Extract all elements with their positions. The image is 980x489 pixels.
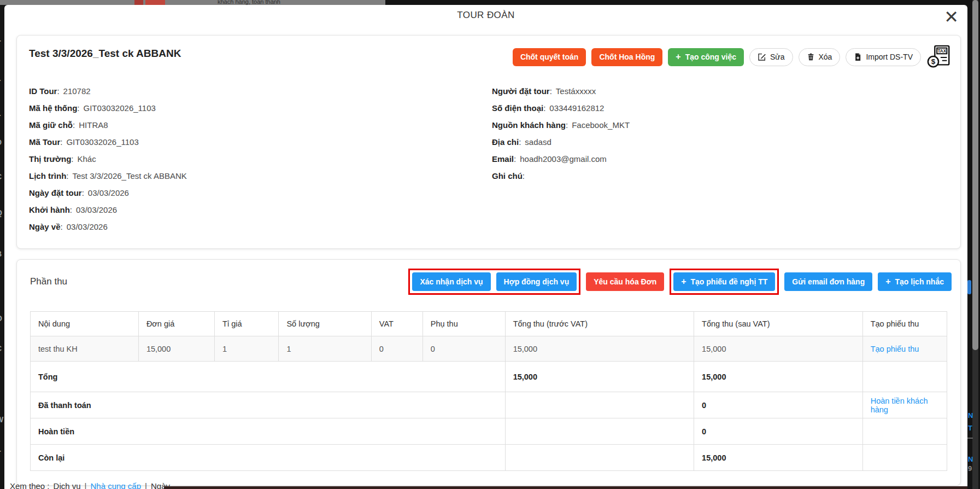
cell-total-before-vat: 15,000: [505, 336, 694, 362]
revenue-table: Nội dung Đơn giá Tỉ giá Số lượng VAT Phụ…: [30, 311, 947, 471]
column-header: Tổng thu (trước VAT): [505, 312, 694, 336]
column-header: Phụ thu: [422, 312, 505, 336]
info-separator: :: [77, 103, 79, 113]
plus-icon: +: [681, 277, 686, 286]
background-text-fragment: C: [0, 344, 2, 353]
summary-before-vat: [505, 418, 694, 445]
summary-row-total: Tổng 15,000 15,000: [31, 362, 947, 392]
info-value: 03/03/2026: [67, 222, 108, 231]
background-text-fragment: O: [0, 314, 2, 323]
summary-after-vat: 15,000: [694, 362, 863, 392]
background-text-fragment: 9: [968, 464, 972, 473]
summary-row-refund: Hoàn tiền 0: [31, 418, 947, 445]
info-row-booking-date: Ngày đặt tour:03/03/2026: [26, 184, 489, 201]
background-bottom-bar: [164, 486, 967, 489]
summary-before-vat: [505, 445, 694, 471]
info-row-itinerary: Lịch trình:Test 3/3/2026_Test ck ABBANK: [26, 167, 489, 184]
request-invoice-button[interactable]: Yêu cầu hóa Đơn: [586, 272, 664, 291]
summary-label: Hoàn tiền: [31, 418, 506, 445]
info-value: hoadh2003@gmail.com: [520, 154, 607, 164]
background-text-fragment: B: [0, 249, 2, 258]
edit-button[interactable]: Sửa: [749, 48, 793, 66]
summary-row-paid: Đã thanh toán 0 Hoàn tiền khách hàng: [31, 392, 947, 418]
info-value: Testáxxxxx: [556, 86, 596, 96]
info-label: Thị trường: [29, 154, 71, 164]
annotation-red-box: Xác nhận dịch vụ Hợp đồng dịch vụ: [408, 269, 580, 295]
column-header: Số lượng: [279, 312, 371, 336]
import-members-button[interactable]: Import DS-TV: [846, 48, 921, 66]
info-separator: :: [73, 120, 75, 130]
button-label: Sửa: [770, 53, 785, 61]
column-header: Tạo phiếu thu: [862, 312, 947, 336]
button-label: Import DS-TV: [866, 53, 913, 61]
info-separator: :: [566, 120, 568, 130]
info-label: Người đặt tour: [492, 86, 550, 96]
info-row-booker: Người đặt tour:Testáxxxxx: [489, 83, 952, 100]
confirm-service-button[interactable]: Xác nhận dịch vụ: [412, 272, 490, 291]
info-separator: :: [60, 137, 62, 147]
info-label: Mã Tour: [29, 137, 60, 147]
info-label: Khởi hành: [29, 205, 70, 214]
background-text-fragment: N: [968, 455, 973, 463]
summary-label: Đã thanh toán: [31, 392, 506, 418]
info-value: sadasd: [525, 137, 551, 147]
close-icon[interactable]: ✕: [944, 8, 959, 26]
table-header-row: Nội dung Đơn giá Tỉ giá Số lượng VAT Phụ…: [31, 312, 947, 336]
plus-icon: +: [885, 277, 890, 286]
background-top-strip: khách hàng, toàn thành: [0, 0, 980, 5]
summary-row-remaining: Còn lại 15,000: [31, 445, 947, 471]
info-separator: :: [523, 171, 525, 181]
svg-text:$: $: [931, 57, 936, 66]
info-row-note: Ghi chú:: [489, 167, 952, 184]
finalize-settlement-button[interactable]: Chốt quyết toán: [513, 48, 586, 66]
info-label: Số điện thoại: [492, 103, 543, 113]
refund-customer-link[interactable]: Hoàn tiền khách hàng: [871, 397, 928, 414]
background-blue-fragment: [967, 280, 971, 294]
service-contract-button[interactable]: Hợp đồng dịch vụ: [496, 272, 577, 291]
create-receipt-link[interactable]: Tạo phiếu thu: [871, 345, 919, 353]
plus-icon: +: [676, 53, 680, 61]
cell-quantity: 1: [279, 336, 371, 362]
create-payment-request-button[interactable]: + Tạo phiếu đề nghị TT: [673, 272, 775, 291]
info-separator: :: [70, 205, 72, 214]
info-label: Địa chỉ: [492, 137, 519, 147]
button-label: Hợp đồng dịch vụ: [504, 277, 570, 286]
info-value: 210782: [63, 86, 91, 96]
cell-exchange-rate: 1: [215, 336, 279, 362]
create-reminder-button[interactable]: + Tạo lịch nhắc: [878, 272, 952, 291]
cell-vat: 0: [371, 336, 422, 362]
tax-invoice-icon[interactable]: TAX $: [926, 44, 952, 69]
scrollbar-thumb[interactable]: [972, 0, 978, 350]
create-task-button[interactable]: + Tạo công việc: [668, 48, 744, 66]
modal-title: TOUR ĐOÀN: [4, 5, 967, 21]
send-order-email-button[interactable]: Gửi email đơn hàng: [784, 272, 872, 291]
revenue-actions: Xác nhận dịch vụ Hợp đồng dịch vụ Yêu cầ…: [408, 269, 952, 295]
button-label: Yêu cầu hóa Đơn: [594, 277, 656, 286]
revenue-section-card: Phần thu Xác nhận dịch vụ Hợp đồng dịch …: [16, 259, 961, 486]
background-right-edge: N T N 9: [967, 0, 980, 489]
button-label: Xóa: [819, 53, 832, 61]
tour-actions: Chốt quyết toán Chốt Hoa Hồng + Tạo công…: [513, 44, 952, 69]
view-by-service[interactable]: Dịch vụ: [54, 481, 81, 489]
info-value: Test 3/3/2026_Test ck ABBANK: [73, 171, 187, 181]
finalize-commission-button[interactable]: Chốt Hoa Hồng: [591, 48, 662, 66]
info-row-departure: Khởi hành:03/03/2026: [26, 201, 489, 218]
info-row-customer-source: Nguồn khách hàng:Facebook_MKT: [489, 117, 952, 133]
info-row-tour-code: Mã Tour:GIT03032026_1103: [26, 133, 489, 150]
view-by-bar: Xem theo : Dịch vụ | Nhà cung cấp | Ngày: [10, 481, 170, 489]
info-row-id-tour: ID Tour:210782: [26, 83, 489, 100]
info-separator: :: [514, 154, 516, 164]
info-row-return-date: Ngày về:03/03/2026: [26, 218, 489, 235]
background-red-fragment: [134, 0, 143, 5]
background-text-fragment: khách hàng, toàn thành: [218, 0, 280, 5]
summary-label: Còn lại: [31, 445, 506, 471]
view-by-supplier-link[interactable]: Nhà cung cấp: [90, 481, 141, 489]
column-header: Đơn giá: [138, 312, 214, 336]
info-value: 033449162812: [549, 103, 604, 113]
summary-before-vat: 15,000: [505, 362, 694, 392]
info-label: Ngày về: [29, 222, 61, 231]
delete-button[interactable]: Xóa: [799, 48, 841, 66]
background-text-fragment: N: [968, 411, 973, 420]
tour-group-modal: TOUR ĐOÀN ✕ Test 3/3/2026_Test ck ABBANK…: [4, 5, 967, 489]
cell-total-after-vat: 15,000: [694, 336, 863, 362]
